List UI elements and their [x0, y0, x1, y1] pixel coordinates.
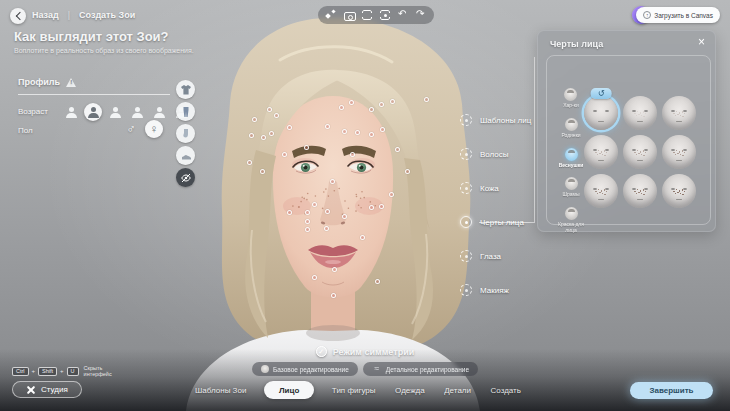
freckle-option-4[interactable] — [584, 135, 618, 169]
subcategory-Родинки[interactable]: Родинки — [561, 118, 580, 139]
random-icon[interactable] — [326, 10, 336, 20]
face-edit-handle[interactable] — [375, 279, 380, 284]
face-edit-handle[interactable] — [379, 102, 384, 107]
face-edit-handle[interactable] — [380, 127, 385, 132]
face-edit-handle[interactable] — [389, 192, 394, 197]
hide-clothing-toggle-button[interactable] — [176, 168, 195, 187]
basic-edit-button[interactable]: Базовое редактирование — [252, 362, 358, 376]
tab-Детали[interactable]: Детали — [442, 382, 473, 399]
upload-to-canvas-button[interactable]: ↑ Загрузить в Canvas — [636, 7, 720, 23]
back-button[interactable] — [10, 8, 26, 24]
radio-icon — [460, 182, 472, 194]
face-edit-handle[interactable] — [260, 169, 265, 174]
category-Глаза[interactable]: Глаза — [460, 249, 531, 263]
tab-Одежда[interactable]: Одежда — [393, 382, 427, 399]
face-edit-handle[interactable] — [305, 227, 310, 232]
age-option-adult[interactable] — [150, 103, 168, 121]
face-icon — [565, 118, 578, 131]
face-edit-handle[interactable] — [282, 152, 287, 157]
face-edit-handle[interactable] — [247, 160, 252, 165]
face-edit-handle[interactable] — [325, 209, 330, 214]
detailed-edit-button[interactable]: ≈Детальное редактирование — [363, 362, 478, 376]
face-edit-handle[interactable] — [252, 117, 257, 122]
face-edit-handle[interactable] — [349, 100, 354, 105]
face-edit-handle[interactable] — [342, 214, 347, 219]
face-edit-handle[interactable] — [267, 107, 272, 112]
gender-option-male[interactable]: ♂ — [122, 120, 140, 138]
face-edit-handle[interactable] — [339, 105, 344, 110]
face-edit-handle[interactable] — [305, 219, 310, 224]
gender-option-female[interactable]: ♀ — [145, 120, 163, 138]
freckle-option-3[interactable] — [662, 96, 696, 130]
tab-Создать[interactable]: Создать — [489, 382, 523, 399]
face-edit-handle[interactable] — [331, 293, 336, 298]
camera-icon[interactable] — [344, 10, 354, 20]
top-toggle-button[interactable] — [176, 80, 195, 99]
face-edit-handle[interactable] — [312, 202, 317, 207]
face-edit-handle[interactable] — [330, 179, 335, 184]
symmetry-mode-toggle[interactable]: Режим симметрии — [0, 346, 730, 357]
face-edit-handle[interactable] — [405, 169, 410, 174]
undo-icon[interactable] — [398, 10, 408, 20]
studio-button[interactable]: Студия — [12, 381, 82, 398]
close-icon[interactable]: × — [698, 35, 705, 49]
category-Макияж[interactable]: Макияж — [460, 283, 531, 297]
tab-Тип фигуры[interactable]: Тип фигуры — [330, 382, 378, 399]
category-Волосы[interactable]: Волосы — [460, 147, 531, 161]
face-edit-handle[interactable] — [261, 135, 266, 140]
freckle-option-9[interactable] — [662, 174, 696, 208]
freckle-option-2[interactable] — [623, 96, 657, 130]
subcategory-Краска для лица[interactable]: Краска для лица — [557, 207, 585, 234]
tab-Шаблоны Зои[interactable]: Шаблоны Зои — [193, 382, 248, 399]
redo-icon[interactable] — [416, 10, 426, 20]
face-edit-handle[interactable] — [249, 133, 254, 138]
face-edit-handle[interactable] — [287, 125, 292, 130]
face-edit-handle[interactable] — [274, 113, 279, 118]
freckle-option-5[interactable] — [623, 135, 657, 169]
subcategory-Хар-ки[interactable]: Хар-ки — [563, 88, 579, 109]
category-Шаблоны лиц[interactable]: Шаблоны лиц — [460, 113, 531, 127]
face-edit-handle[interactable] — [342, 129, 347, 134]
face-edit-handle[interactable] — [269, 131, 274, 136]
face-edit-handle[interactable] — [312, 275, 317, 280]
subcategory-Веснушки[interactable]: Веснушки — [559, 148, 584, 169]
shoes-toggle-button[interactable] — [176, 146, 195, 165]
age-option-young-adult[interactable] — [128, 103, 146, 121]
face-edit-handle[interactable] — [390, 99, 395, 104]
category-Кожа[interactable]: Кожа — [460, 181, 531, 195]
freckle-option-7[interactable] — [584, 174, 618, 208]
face-edit-handle[interactable] — [424, 97, 429, 102]
face-frame-icon[interactable] — [380, 10, 390, 20]
age-option-child[interactable] — [84, 103, 102, 121]
face-edit-handle[interactable] — [360, 235, 365, 240]
freckle-option-6[interactable] — [662, 135, 696, 169]
age-option-baby[interactable] — [62, 103, 80, 121]
person-icon — [109, 107, 122, 118]
face-edit-handle[interactable] — [350, 152, 355, 157]
reset-icon[interactable]: ↺ — [591, 88, 612, 99]
face-edit-handle[interactable] — [379, 204, 384, 209]
face-edit-handle[interactable] — [395, 147, 400, 152]
face-edit-handle[interactable] — [369, 205, 374, 210]
face-edit-handle[interactable] — [332, 267, 337, 272]
frame-icon[interactable] — [362, 10, 372, 20]
socks-toggle-button[interactable] — [176, 124, 195, 143]
pants-toggle-button[interactable] — [176, 102, 195, 121]
freckle-option-1[interactable]: ↺ — [584, 96, 618, 130]
face-edit-handle[interactable] — [355, 130, 360, 135]
freckle-pattern — [630, 181, 650, 201]
tab-Лицо[interactable]: Лицо — [264, 381, 314, 399]
freckle-option-8[interactable] — [623, 174, 657, 208]
face-edit-handle[interactable] — [369, 132, 374, 137]
age-option-teen[interactable] — [106, 103, 124, 121]
face-edit-handle[interactable] — [325, 124, 330, 129]
subcategory-Шрамы[interactable]: Шрамы — [562, 177, 579, 198]
face-edit-handle[interactable] — [287, 210, 292, 215]
face-edit-handle[interactable] — [324, 226, 329, 231]
kbd-Shift: Shift — [38, 367, 57, 377]
face-edit-handle[interactable] — [305, 210, 310, 215]
face-edit-handle[interactable] — [369, 107, 374, 112]
back-label[interactable]: Назад — [32, 10, 59, 20]
face-edit-handle[interactable] — [304, 145, 309, 150]
finish-button[interactable]: Завершить — [630, 382, 713, 399]
